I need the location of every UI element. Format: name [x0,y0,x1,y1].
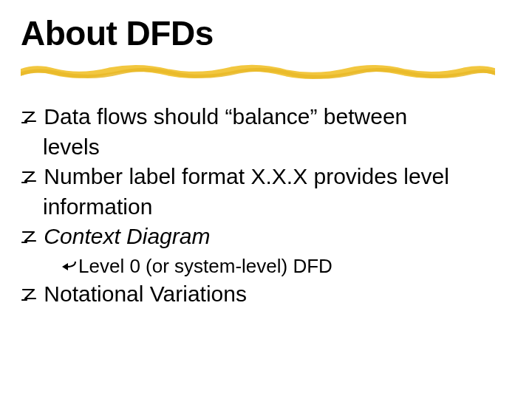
bullet-item: Number label format X.X.X provides level [21,163,501,191]
sub-bullet-text: Level 0 (or system-level) DFD [78,255,332,277]
slide: About DFDs Data flows should “balance” b… [0,0,532,399]
z-bullet-icon [21,282,43,306]
bullet-text: Data flows should “balance” between [44,104,407,129]
bullet-continuation: information [21,194,501,221]
bullet-text: Number label format X.X.X provides level [44,164,449,188]
bullet-item: Data flows should “balance” between [21,103,501,131]
bullet-text: Notational Variations [44,282,247,306]
bullet-item: Context Diagram [21,223,501,250]
sub-bullet-item: Level 0 (or system-level) DFD [21,255,501,279]
bullet-text: Context Diagram [44,224,210,248]
slide-title: About DFDs [21,13,214,53]
bullet-continuation: levels [21,134,501,161]
z-bullet-icon [21,224,43,248]
bullet-item: Notational Variations [21,281,501,308]
content-area: Data flows should “balance” between leve… [21,103,501,310]
title-underline-decoration [21,64,495,81]
back-arrow-icon [59,256,77,279]
z-bullet-icon [21,104,43,129]
z-bullet-icon [21,164,43,188]
